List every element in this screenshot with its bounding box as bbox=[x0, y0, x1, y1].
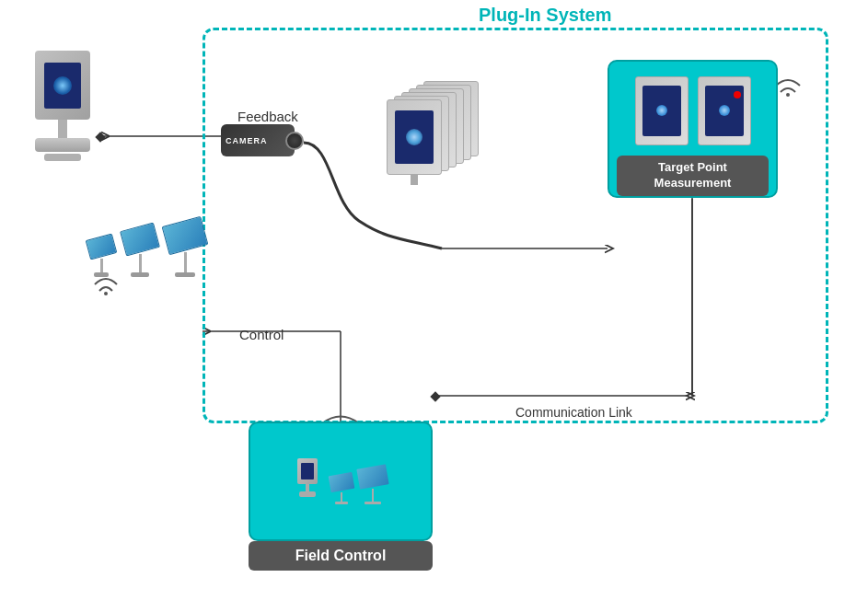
panel-rect-3 bbox=[162, 216, 209, 255]
panel-pole-1 bbox=[100, 259, 103, 272]
camera-label: CAMERA bbox=[226, 136, 268, 145]
panel-unit-1 bbox=[87, 237, 115, 277]
field-control-box bbox=[249, 422, 433, 541]
plugin-system-label: Plug-In System bbox=[479, 5, 611, 26]
panel-rect-2 bbox=[120, 223, 160, 257]
display-card-1 bbox=[387, 99, 442, 175]
tower-base bbox=[35, 138, 90, 152]
target-images-row bbox=[635, 71, 751, 150]
panel-base-2 bbox=[131, 272, 149, 277]
panel-unit-3 bbox=[165, 221, 205, 277]
target-dot-red bbox=[734, 91, 741, 98]
tower bbox=[26, 51, 99, 198]
communication-link-label: Communication Link bbox=[515, 405, 632, 420]
fc-tower bbox=[295, 458, 320, 504]
panels-group bbox=[87, 221, 205, 277]
feedback-label: Feedback bbox=[237, 109, 298, 124]
target-img-2 bbox=[698, 76, 751, 145]
target-label-box: Target Point Measurement bbox=[617, 156, 769, 196]
control-label: Control bbox=[239, 327, 284, 342]
fc-tower-screen bbox=[297, 458, 318, 484]
target-img-1 bbox=[635, 76, 689, 145]
panel-pole-2 bbox=[139, 254, 142, 272]
panel-base-3 bbox=[175, 272, 195, 277]
camera-body: CAMERA bbox=[221, 124, 295, 156]
field-control-area: Field Control bbox=[249, 422, 433, 571]
fc-panel-unit-1 bbox=[330, 474, 353, 504]
tower-screen-glow bbox=[53, 76, 72, 95]
target-label-text: Target Point Measurement bbox=[654, 160, 732, 190]
tower-foot bbox=[44, 154, 81, 161]
tower-screen-inner bbox=[44, 63, 81, 109]
camera-wrapper: CAMERA bbox=[221, 124, 295, 156]
diagram-container: Plug-In System Feedback CAMERA bbox=[0, 0, 868, 589]
panel-unit-2 bbox=[122, 226, 157, 277]
tower-neck bbox=[58, 120, 67, 138]
panel-rect-1 bbox=[86, 233, 118, 260]
target-box: Target Point Measurement bbox=[608, 60, 778, 198]
panel-pole-3 bbox=[184, 252, 187, 272]
field-label-box: Field Control bbox=[249, 541, 433, 571]
camera-lens bbox=[285, 132, 304, 150]
svg-point-7 bbox=[104, 292, 108, 295]
panel-base-1 bbox=[94, 272, 109, 277]
fc-panel-unit-2 bbox=[358, 467, 388, 504]
tower-screen bbox=[35, 51, 90, 120]
